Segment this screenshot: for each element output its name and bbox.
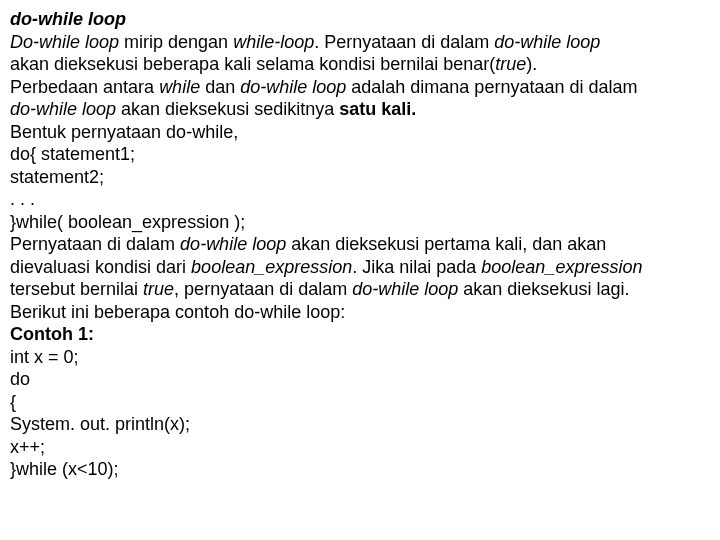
text-segment: , pernyataan di dalam [174,279,352,299]
text-segment: true [495,54,526,74]
text-segment: akan dieksekusi sedikitnya [121,99,339,119]
text-segment: ). [526,54,537,74]
text-segment: Do-while loop [10,32,119,52]
text-segment: System. out. println(x); [10,414,190,434]
text-line: statement2; [10,166,710,189]
text-line: Berikut ini beberapa contoh do-while loo… [10,301,710,324]
text-line: do-while loop akan dieksekusi sedikitnya… [10,98,710,121]
text-segment: adalah dimana pernyataan di dalam [351,77,637,97]
text-line: { [10,391,710,414]
text-segment: while [159,77,205,97]
text-line: Contoh 1: [10,323,710,346]
text-segment: dievaluasi kondisi dari [10,257,191,277]
text-segment: . . . [10,189,35,209]
text-segment: mirip dengan [119,32,233,52]
text-line: do{ statement1; [10,143,710,166]
text-segment: . Pernyataan di dalam [314,32,494,52]
text-segment: akan dieksekusi beberapa kali selama kon… [10,54,495,74]
text-segment: akan dieksekusi lagi. [463,279,629,299]
text-segment: Bentuk pernyataan do-while, [10,122,238,142]
text-segment: true [143,279,174,299]
text-segment: do-while loop [240,77,351,97]
text-segment: while-loop [233,32,314,52]
text-line: x++; [10,436,710,459]
text-line: Pernyataan di dalam do-while loop akan d… [10,233,710,256]
text-segment: }while (x<10); [10,459,119,479]
text-segment: Contoh 1: [10,324,94,344]
text-segment: { [10,392,16,412]
text-line: do-while loop [10,8,710,31]
text-segment: do-while loop [10,9,126,29]
text-line: }while (x<10); [10,458,710,481]
text-segment: do{ statement1; [10,144,135,164]
text-segment: x++; [10,437,45,457]
text-segment: akan dieksekusi pertama kali, dan akan [291,234,606,254]
text-segment: statement2; [10,167,104,187]
text-segment: do-while loop [494,32,600,52]
text-line: System. out. println(x); [10,413,710,436]
text-line: }while( boolean_expression ); [10,211,710,234]
text-segment: do-while loop [180,234,291,254]
text-segment: dan [205,77,240,97]
text-line: tersebut bernilai true, pernyataan di da… [10,278,710,301]
text-line: Perbedaan antara while dan do-while loop… [10,76,710,99]
text-segment: boolean_expression [191,257,352,277]
text-segment: do-while loop [352,279,463,299]
text-segment: satu kali. [339,99,416,119]
text-line: akan dieksekusi beberapa kali selama kon… [10,53,710,76]
text-segment: do [10,369,30,389]
text-segment: Berikut ini beberapa contoh do-while loo… [10,302,345,322]
text-line: Do-while loop mirip dengan while-loop. P… [10,31,710,54]
document-page: do-while loopDo-while loop mirip dengan … [0,0,720,489]
text-line: dievaluasi kondisi dari boolean_expressi… [10,256,710,279]
text-line: . . . [10,188,710,211]
text-segment: do-while loop [10,99,121,119]
text-line: do [10,368,710,391]
text-line: int x = 0; [10,346,710,369]
text-segment: Perbedaan antara [10,77,159,97]
text-segment: . Jika nilai pada [352,257,481,277]
text-line: Bentuk pernyataan do-while, [10,121,710,144]
text-segment: }while( boolean_expression ); [10,212,245,232]
text-segment: boolean_expression [481,257,642,277]
text-segment: Pernyataan di dalam [10,234,180,254]
text-segment: int x = 0; [10,347,79,367]
text-segment: tersebut bernilai [10,279,143,299]
